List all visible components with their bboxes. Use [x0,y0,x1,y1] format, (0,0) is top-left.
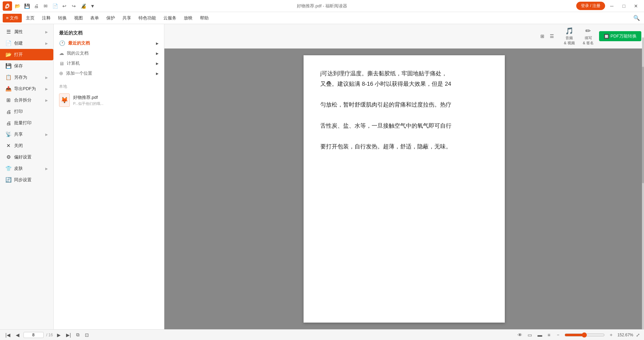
audio-video-btn[interactable]: 🎵 音频 & 视频 [561,25,577,47]
menu-convert[interactable]: 转换 [55,14,70,22]
audio-video-icon: 🎵 [565,27,574,35]
save-btn[interactable]: 💾 [23,2,31,10]
copy-page-button[interactable]: ⧉ [75,331,81,338]
recent-sub-label: 本地 [54,82,164,91]
app-logo [3,1,12,11]
sidebar-item-close[interactable]: ✕ 关闭 [0,140,53,151]
location-add[interactable]: ⊕ 添加一个位置 ▶ [54,68,164,78]
arrow-icon: ▶ [45,167,48,171]
pdf-text-line-1: j可达到理疗温度。撕去黏胶纸，牢固地贴于痛处， [320,69,488,79]
pdf-convert-button[interactable]: 🔲 PDF万能转换 [599,31,641,41]
redo-btn[interactable]: ↪ [70,2,78,10]
minimize-button[interactable]: ─ [606,1,617,11]
close-button[interactable]: ✕ [631,1,641,11]
pdf-view[interactable]: j可达到理疗温度。撕去黏胶纸，牢固地贴于痛处， 又叠。建议贴满 8-16 小时以… [164,49,644,329]
location-computer[interactable]: 🖥 计算机 ▶ [54,58,164,68]
stamp-btn[interactable]: 🔏 [79,2,87,10]
menu-file[interactable]: ≡ 文件 [3,14,22,22]
file-sidebar: ☰ 属性 ▶ 📄 创建 ▶ 📂 打开 💾 保存 📋 另存为 ▶ 📤 导出PDF为… [0,24,54,329]
sidebar-item-save-as[interactable]: 📋 另存为 ▶ [0,72,53,83]
view-toggle: ⊞ ☰ [538,32,556,40]
continuous-button[interactable]: ≡ [546,332,551,338]
recent-docs-icon: 🕐 [59,40,65,46]
arrow-icon: ▶ [156,52,159,55]
sidebar-item-print[interactable]: 🖨 打印 [0,106,53,117]
menu-form[interactable]: 表单 [87,14,102,22]
email-btn[interactable]: ✉ [42,2,50,10]
fill-sign-btn[interactable]: ✏ 填写 & 签名 [580,25,596,47]
location-cloud[interactable]: ☁ 我的云文档 ▶ [54,48,164,58]
sidebar-item-share[interactable]: 📡 共享 ▶ [0,129,53,140]
file-path: P...似乎他们的哦... [73,101,147,106]
sidebar-item-save[interactable]: 💾 保存 [0,60,53,72]
zoom-slider[interactable] [565,332,605,338]
arrow-icon: ▶ [45,98,48,102]
next-page-button[interactable]: ▶ [56,332,62,338]
pdf-text-line-5: 要打开包装，自行发热。超薄，舒适，隐蔽，无味。 [320,142,488,152]
menu-share[interactable]: 共享 [119,14,135,22]
pdf-scrollbar-thumb[interactable] [642,67,644,183]
sidebar-item-merge[interactable]: ⊞ 合并拆分 ▶ [0,94,53,106]
menu-view[interactable]: 视图 [71,14,86,22]
menu-help[interactable]: 帮助 [197,14,212,22]
save-as-icon: 📋 [5,74,11,80]
pdf-page: j可达到理疗温度。撕去黏胶纸，牢固地贴于痛处， 又叠。建议贴满 8-16 小时以… [304,55,505,323]
pdf-text-line-3: 匀放松，暂时舒缓肌肉引起的背痛和过度拉伤。热疗 [320,100,488,110]
location-recent[interactable]: 🕐 最近的文档 ▶ [54,38,164,48]
export-icon: 📤 [5,86,11,92]
grid-view-btn[interactable]: ⊞ [538,32,546,40]
login-button[interactable]: 登录 / 注册 [576,2,605,10]
open-icon: 📂 [5,52,11,58]
cloud-docs-icon: ☁ [59,50,64,56]
skin-icon: 👕 [5,165,11,172]
print-btn[interactable]: 🖨 [32,2,40,10]
sidebar-item-properties[interactable]: ☰ 属性 ▶ [0,26,53,38]
double-page-button[interactable]: ▬ [536,332,543,338]
last-page-button[interactable]: ▶| [65,332,72,338]
open-file-btn[interactable]: 📂 [13,2,21,10]
sidebar-item-export[interactable]: 📤 导出PDF为 ▶ [0,83,53,94]
create-icon: 📄 [5,40,11,46]
sidebar-item-sync[interactable]: 🔄 同步设置 [0,174,53,186]
undo-btn[interactable]: ↩ [60,2,68,10]
first-page-button[interactable]: |◀ [4,332,12,338]
window-title: 好物推荐.pdf - 福昕阅读器 [297,3,347,9]
list-view-btn[interactable]: ☰ [548,32,556,40]
menu-cloud[interactable]: 云服务 [160,14,180,22]
recent-panel: 最近的文档 🕐 最近的文档 ▶ ☁ 我的云文档 ▶ 🖥 计算机 ▶ ⊕ 添加一个… [54,24,164,329]
menu-comment[interactable]: 注释 [39,14,54,22]
file-name: 好物推荐.pdf [73,94,159,100]
sidebar-item-batch-print[interactable]: 🖨 批量打印 [0,117,53,129]
pdf-scrollbar[interactable] [642,38,644,329]
sidebar-item-skin[interactable]: 👕 皮肤 ▶ [0,163,53,174]
preferences-icon: ⚙ [5,154,11,160]
page-separator: / 16 [46,333,53,337]
eye-view-button[interactable]: 👁 [516,332,524,338]
sidebar-item-open[interactable]: 📂 打开 [0,49,53,60]
page-input[interactable] [23,332,44,338]
close-icon: ✕ [5,143,11,149]
pdf-text-line-2: 又叠。建议贴满 8-16 小时以获得最大效果，但是 24 [320,79,488,89]
fullscreen-button[interactable]: ⤢ [636,332,640,338]
arrow-icon: ▶ [45,30,48,34]
zoom-out-button[interactable]: － [554,331,562,339]
single-page-button[interactable]: ▭ [526,332,533,338]
menu-slideshow[interactable]: 放映 [180,14,196,22]
save-icon: 💾 [5,63,11,69]
prev-page-button[interactable]: ◀ [14,332,21,338]
sidebar-item-preferences[interactable]: ⚙ 偏好设置 [0,151,53,163]
zoom-in-button[interactable]: ＋ [607,331,615,339]
maximize-button[interactable]: □ [619,1,629,11]
dropdown-btn[interactable]: ▼ [89,2,97,10]
new-btn[interactable]: 📄 [51,2,59,10]
page-layout-button[interactable]: ⊡ [84,332,90,338]
arrow-icon: ▶ [156,72,159,75]
recent-file-item[interactable]: 🦊 好物推荐.pdf P...似乎他们的哦... [54,91,164,110]
main-area: ☰ 属性 ▶ 📄 创建 ▶ 📂 打开 💾 保存 📋 另存为 ▶ 📤 导出PDF为… [0,24,644,329]
menu-home[interactable]: 主页 [22,14,38,22]
sidebar-item-create[interactable]: 📄 创建 ▶ [0,38,53,49]
menu-special[interactable]: 特色功能 [135,14,159,22]
arrow-icon: ▶ [45,87,48,91]
search-button[interactable]: 🔍 [632,13,641,22]
menu-protect[interactable]: 保护 [103,14,118,22]
